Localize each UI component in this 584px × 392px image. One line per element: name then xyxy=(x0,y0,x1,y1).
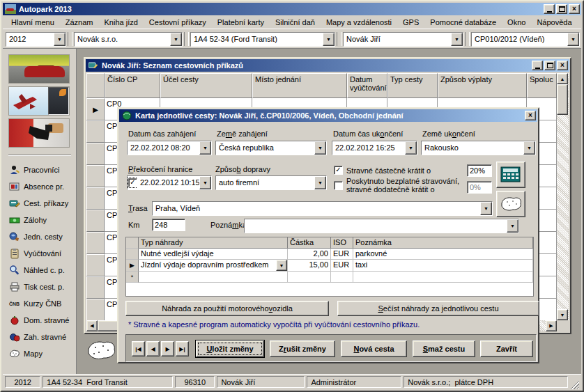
menu-platebni-karty[interactable]: Platební karty xyxy=(212,17,270,28)
calculator-button[interactable] xyxy=(496,162,525,188)
sidebar-item-cest-prikazy[interactable]: Cest. příkazy xyxy=(8,195,76,212)
menu-okno[interactable]: Okno xyxy=(502,17,531,28)
vehicle-combobox[interactable]: 1A4 52-34 (Ford Transit) ▼ xyxy=(190,32,335,47)
chevron-down-icon[interactable]: ▼ xyxy=(276,260,287,271)
scroll-left-icon[interactable]: ◀ xyxy=(86,320,98,331)
resize-grip[interactable] xyxy=(570,380,579,389)
column-header[interactable]: Místo jednání xyxy=(252,73,347,98)
chevron-down-icon[interactable]: ▼ xyxy=(170,33,182,46)
menu-kniha-jizd[interactable]: Kniha jízd xyxy=(99,17,144,28)
column-header[interactable]: Účel cesty xyxy=(160,73,252,98)
chevron-down-icon[interactable]: ▼ xyxy=(507,219,518,233)
sidebar-item-kurzy-cnb[interactable]: ČNB Kurzy ČNB xyxy=(8,295,76,312)
end-country-combobox[interactable]: Rakousko ▼ xyxy=(421,141,536,155)
sidebar-item-dom-stravne[interactable]: Dom. stravné xyxy=(8,312,76,329)
minimize-button[interactable] xyxy=(544,4,555,14)
nav-next-button[interactable]: ▶ xyxy=(161,341,174,356)
trip-combobox[interactable]: CP010/2012 (Vídeň) ▼ xyxy=(471,32,580,47)
scroll-right-icon[interactable]: ▶ xyxy=(546,320,557,331)
new-trip-button[interactable]: Nová cesta xyxy=(341,340,407,357)
chevron-down-icon[interactable]: ▼ xyxy=(323,33,335,46)
menu-zaznam[interactable]: Záznam xyxy=(60,17,99,28)
menu-gps[interactable]: GPS xyxy=(397,17,424,28)
menu-napoveda[interactable]: Nápověda xyxy=(531,17,577,28)
close-button[interactable]: × xyxy=(557,61,568,70)
dialog-titlebar: Karta jednotlivé cesty: Novák Jiří, č.CP… xyxy=(119,109,537,122)
menu-hlavni-menu[interactable]: Hlavní menu xyxy=(6,17,60,28)
minimize-button[interactable] xyxy=(532,61,543,70)
discard-changes-button[interactable]: Zrušit změny xyxy=(270,340,335,357)
sidebar-item-mapy[interactable]: Mapy xyxy=(8,345,76,362)
vehicle-reimbursement-button[interactable]: Náhrada za použití motorového vozidla xyxy=(125,301,329,316)
start-datetime-combobox[interactable]: 22.02.2012 08:20 ▼ xyxy=(127,141,212,155)
column-header[interactable]: Datum vyúčtování xyxy=(347,73,387,98)
column-header[interactable]: Typ cesty xyxy=(387,73,438,98)
chevron-down-icon[interactable]: ▼ xyxy=(523,141,535,155)
sidebar-item-vyuctovani[interactable]: Vyúčtování xyxy=(8,245,76,262)
menu-silnicni-dan[interactable]: Silniční daň xyxy=(270,17,321,28)
column-header[interactable]: Číslo CP xyxy=(105,73,160,98)
border-crossing-checkbox[interactable]: ✓ xyxy=(128,178,137,187)
sum-reimbursements-button[interactable]: Sečíst náhrady za jednotlivou cestu xyxy=(337,301,539,316)
vscroll-thumb[interactable] xyxy=(557,84,568,115)
free-meal-checkbox[interactable]: ✓ xyxy=(334,181,343,190)
nav-prev-button[interactable]: ◀ xyxy=(146,341,160,356)
close-dialog-button[interactable]: Zavřít xyxy=(480,340,533,357)
statusbar: 2012 1A4 52-34 Ford Transit 96310 Novák … xyxy=(3,374,581,389)
sidebar: Pracovníci Absence pr. Cest. příkazy Zál… xyxy=(3,49,77,374)
delete-trip-button[interactable]: Smaž cestu xyxy=(413,340,475,357)
billing-icon xyxy=(8,248,20,259)
chevron-down-icon[interactable]: ▼ xyxy=(405,141,417,155)
chevron-down-icon[interactable]: ▼ xyxy=(314,176,326,189)
chevron-down-icon[interactable]: ▼ xyxy=(314,141,326,155)
route-combobox[interactable]: Praha, Vídeň ▼ xyxy=(152,201,493,216)
sidebar-item-jedn-cesty[interactable]: Jedn. cesty xyxy=(8,228,76,245)
maximize-button[interactable] xyxy=(544,61,555,70)
menu-pomocne-databaze[interactable]: Pomocné databáze xyxy=(424,17,502,28)
free-meal-input[interactable]: 0% xyxy=(467,181,492,194)
grid-row-selected[interactable]: ▶ Jízdní výdaje dopravním prostředkem ▼ … xyxy=(126,260,533,272)
maximize-button[interactable] xyxy=(556,4,567,14)
company-combobox[interactable]: Novák s.r.o. ▼ xyxy=(74,32,183,47)
sidebar-item-absence[interactable]: Absence pr. xyxy=(8,178,76,195)
grid-new-row[interactable]: * xyxy=(126,272,533,283)
row-selector[interactable]: ▶ xyxy=(86,98,105,120)
sidebar-item-zalohy[interactable]: Zálohy xyxy=(8,212,76,228)
sidebar-item-nahled[interactable]: Náhled c. p. xyxy=(8,262,76,279)
transport-combobox[interactable]: auto firemní ▼ xyxy=(215,175,327,190)
chevron-down-icon[interactable]: ▼ xyxy=(54,33,66,46)
employee-combobox[interactable]: Novák Jiří ▼ xyxy=(343,32,463,47)
chevron-down-icon[interactable]: ▼ xyxy=(451,33,463,46)
menu-cestovni-prikazy[interactable]: Cestovní příkazy xyxy=(144,17,212,28)
meal-reduce-input[interactable]: 20% xyxy=(467,164,492,177)
menu-mapy-a-vzdalenosti[interactable]: Mapy a vzdálenosti xyxy=(321,17,397,28)
map-button[interactable] xyxy=(496,191,525,217)
row-selector[interactable]: ▶ xyxy=(126,260,139,272)
scroll-up-icon[interactable]: ▲ xyxy=(557,73,568,84)
chevron-down-icon[interactable]: ▼ xyxy=(480,202,492,215)
chevron-down-icon[interactable]: ▼ xyxy=(199,141,211,155)
year-combobox[interactable]: 2012 ▼ xyxy=(6,32,66,47)
sidebar-item-tisk[interactable]: Tisk cest. p. xyxy=(8,279,76,295)
nav-last-button[interactable]: ▶| xyxy=(176,341,189,356)
save-changes-button[interactable]: Uložit změny xyxy=(196,340,264,357)
sidebar-item-zah-stravne[interactable]: Zah. stravné xyxy=(8,329,76,345)
sidebar-item-pracovnici[interactable]: Pracovníci xyxy=(8,162,76,178)
note-combobox[interactable]: ▼ xyxy=(244,219,519,233)
km-input[interactable]: 248 xyxy=(152,219,185,231)
meal-reduce-checkbox[interactable]: ✓ xyxy=(334,166,343,175)
chevron-down-icon[interactable]: ▼ xyxy=(199,176,211,189)
column-header[interactable]: Způsob výplaty xyxy=(438,73,527,98)
scroll-down-icon[interactable]: ▼ xyxy=(557,309,568,320)
close-button[interactable]: × xyxy=(569,4,580,14)
border-crossing-combobox[interactable]: ✓ 22.02.2012 10:15 ▼ xyxy=(127,175,212,190)
grid-row[interactable]: Nutné vedlejší výdaje 2,00 EUR parkovné xyxy=(126,249,533,260)
close-icon[interactable]: × xyxy=(525,111,536,120)
start-country-combobox[interactable]: Česká republika ▼ xyxy=(215,141,327,155)
end-datetime-combobox[interactable]: 22.02.2012 16:25 ▼ xyxy=(332,141,417,155)
vertical-scrollbar[interactable]: ▲ ▼ xyxy=(557,73,569,320)
column-header[interactable]: Spoluc xyxy=(527,73,557,98)
grid-column-header: Částka xyxy=(288,237,331,249)
chevron-down-icon[interactable]: ▼ xyxy=(567,33,579,46)
nav-first-button[interactable]: |◀ xyxy=(132,341,145,356)
